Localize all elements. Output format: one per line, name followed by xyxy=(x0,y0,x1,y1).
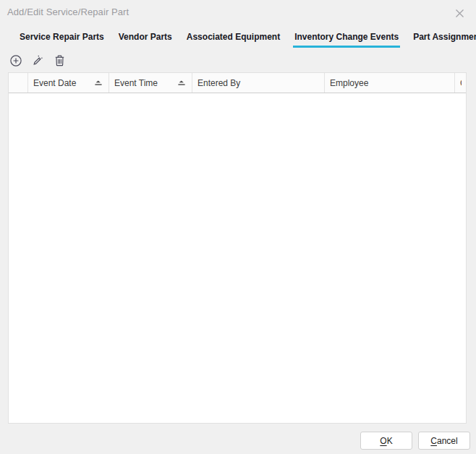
add-circle-icon xyxy=(9,54,22,67)
tab-bar: Service Repair Parts Vendor Parts Associ… xyxy=(18,30,476,48)
ok-button[interactable]: OK xyxy=(360,432,412,450)
column-header-employee[interactable]: Employee xyxy=(325,73,455,93)
grid-body-empty xyxy=(9,93,466,423)
grid-header-row: Event Date Event Time Entered By Employe… xyxy=(9,73,466,93)
inventory-change-events-grid: Event Date Event Time Entered By Employe… xyxy=(8,72,467,424)
edit-pencil-icon xyxy=(31,54,44,67)
column-header-row-indicator xyxy=(9,73,28,93)
sort-icon xyxy=(177,80,186,86)
close-icon xyxy=(454,8,465,19)
add-button[interactable] xyxy=(9,54,22,67)
trash-icon xyxy=(54,54,66,67)
close-button[interactable] xyxy=(450,4,469,22)
tab-vendor-parts[interactable]: Vendor Parts xyxy=(117,30,174,48)
column-header-event-date[interactable]: Event Date xyxy=(28,73,109,93)
add-edit-service-repair-part-dialog: Add/Edit Service/Repair Part Service Rep… xyxy=(0,0,476,454)
tab-inventory-change-events[interactable]: Inventory Change Events xyxy=(293,30,400,48)
dialog-title: Add/Edit Service/Repair Part xyxy=(7,7,129,17)
cancel-button[interactable]: Cancel xyxy=(418,432,470,450)
tab-service-repair-parts[interactable]: Service Repair Parts xyxy=(18,30,106,48)
column-header-entered-by[interactable]: Entered By xyxy=(192,73,325,93)
sort-icon xyxy=(94,80,103,86)
column-header-truncated[interactable]: C xyxy=(455,73,466,93)
delete-button[interactable] xyxy=(53,54,66,67)
tab-associated-equipment[interactable]: Associated Equipment xyxy=(185,30,281,48)
grid-toolbar xyxy=(9,54,66,67)
edit-button[interactable] xyxy=(31,54,44,67)
tab-part-assignments[interactable]: Part Assignments xyxy=(412,30,476,48)
column-header-event-time[interactable]: Event Time xyxy=(109,73,192,93)
